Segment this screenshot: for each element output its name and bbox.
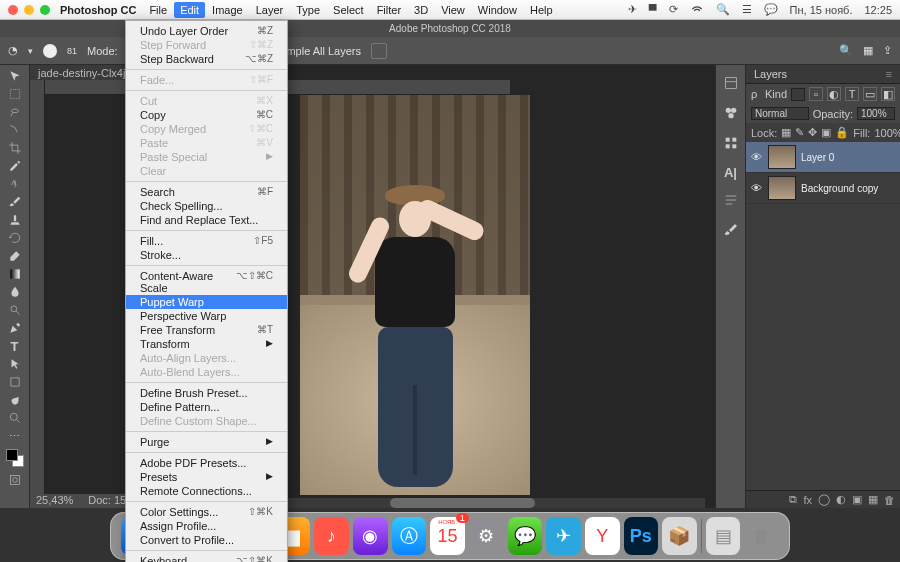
visibility-icon[interactable]: 👁	[751, 182, 763, 194]
dock-appstore[interactable]: Ⓐ	[392, 517, 427, 555]
adjustments-panel-icon[interactable]	[723, 105, 739, 123]
healing-tool[interactable]	[4, 175, 26, 193]
search-icon[interactable]: 🔍	[839, 44, 853, 57]
dock-settings[interactable]: ⚙	[469, 517, 504, 555]
filter-kind-dropdown[interactable]	[791, 88, 805, 101]
brush-tool[interactable]	[4, 193, 26, 211]
menuitem-keyboard-shortcuts-[interactable]: Keyboard Shortcuts...⌥⇧⌘K	[126, 554, 287, 562]
menu-layer[interactable]: Layer	[256, 4, 284, 16]
history-brush-tool[interactable]	[4, 229, 26, 247]
text-panel-icon[interactable]: A|	[724, 165, 737, 180]
menuitem-convert-to-profile-[interactable]: Convert to Profile...	[126, 533, 287, 547]
menuitem-color-settings-[interactable]: Color Settings...⇧⌘K	[126, 505, 287, 519]
layers-tab[interactable]: Layers	[754, 68, 787, 80]
dodge-tool[interactable]	[4, 301, 26, 319]
trash-icon[interactable]: 🗑	[884, 494, 895, 506]
menuitem-presets[interactable]: Presets▶	[126, 470, 287, 484]
brush-panel-icon[interactable]	[723, 222, 739, 240]
menuitem-transform[interactable]: Transform▶	[126, 337, 287, 351]
pressure-icon[interactable]	[371, 43, 387, 59]
edit-toolbar[interactable]: ⋯	[4, 427, 26, 445]
foreground-background-colors[interactable]	[6, 449, 24, 467]
menuitem-define-brush-preset-[interactable]: Define Brush Preset...	[126, 386, 287, 400]
menuitem-content-aware-scale[interactable]: Content-Aware Scale⌥⇧⌘C	[126, 269, 287, 295]
menuitem-perspective-warp[interactable]: Perspective Warp	[126, 309, 287, 323]
layer-item[interactable]: 👁Layer 0	[746, 142, 900, 173]
blur-tool[interactable]	[4, 283, 26, 301]
horizontal-scrollbar[interactable]	[220, 498, 705, 508]
menu-image[interactable]: Image	[212, 4, 243, 16]
search-menubar-icon[interactable]: 🔍	[716, 3, 730, 16]
lock-position-icon[interactable]: ✥	[808, 126, 817, 139]
dock-archive[interactable]: 📦	[662, 517, 697, 555]
visibility-icon[interactable]: 👁	[751, 151, 763, 163]
menuitem-adobe-pdf-presets-[interactable]: Adobe PDF Presets...	[126, 456, 287, 470]
menuitem-fill-[interactable]: Fill...⇧F5	[126, 234, 287, 248]
menu-select[interactable]: Select	[333, 4, 364, 16]
dock-telegram[interactable]: ✈	[546, 517, 581, 555]
paragraph-panel-icon[interactable]	[723, 192, 739, 210]
lock-all-icon[interactable]: 🔒	[835, 126, 849, 139]
menuitem-puppet-warp[interactable]: Puppet Warp	[126, 295, 287, 309]
close-window-button[interactable]	[8, 5, 18, 15]
menu-type[interactable]: Type	[296, 4, 320, 16]
menu-file[interactable]: File	[149, 4, 167, 16]
sync-menubar-icon[interactable]: ⟳	[669, 3, 678, 16]
lasso-tool[interactable]	[4, 103, 26, 121]
menubar-date[interactable]: Пн, 15 нояб.	[790, 4, 853, 16]
menuitem-find-and-replace-text-[interactable]: Find and Replace Text...	[126, 213, 287, 227]
app-menu[interactable]: Photoshop CC	[60, 4, 136, 16]
dock-messages[interactable]: 💬	[508, 517, 543, 555]
menuitem-remote-connections-[interactable]: Remote Connections...	[126, 484, 287, 498]
panel-menu-icon[interactable]: ≡	[886, 68, 892, 80]
dock-calendar[interactable]: 15НОЯБ.1	[430, 517, 465, 555]
wifi-menubar-icon[interactable]	[690, 2, 704, 18]
menuitem-purge[interactable]: Purge▶	[126, 435, 287, 449]
lock-transparent-icon[interactable]: ▦	[781, 126, 791, 139]
menuitem-define-pattern-[interactable]: Define Pattern...	[126, 400, 287, 414]
menuitem-step-backward[interactable]: Step Backward⌥⌘Z	[126, 52, 287, 66]
new-layer-icon[interactable]: ▦	[868, 493, 878, 506]
brush-preview[interactable]	[43, 44, 57, 58]
menuitem-stroke-[interactable]: Stroke...	[126, 248, 287, 262]
share-icon[interactable]: ⇪	[883, 44, 892, 57]
dock-photoshop[interactable]: Ps	[624, 517, 659, 555]
properties-panel-icon[interactable]	[723, 75, 739, 93]
menu-window[interactable]: Window	[478, 4, 517, 16]
layer-item[interactable]: 👁Background copy	[746, 173, 900, 204]
crop-tool[interactable]	[4, 139, 26, 157]
filter-smart-icon[interactable]: ◧	[881, 87, 895, 101]
adjustment-layer-icon[interactable]: ◐	[836, 493, 846, 506]
menu-edit[interactable]: Edit	[174, 2, 205, 18]
filter-adjust-icon[interactable]: ◐	[827, 87, 841, 101]
lock-pixels-icon[interactable]: ✎	[795, 126, 804, 139]
dock-trash[interactable]: 🗑	[744, 517, 779, 555]
menu-view[interactable]: View	[441, 4, 465, 16]
notification-menubar-icon[interactable]: 💬	[764, 3, 778, 16]
menuitem-undo-layer-order[interactable]: Undo Layer Order⌘Z	[126, 24, 287, 38]
lock-artboard-icon[interactable]: ▣	[821, 126, 831, 139]
menubar-time[interactable]: 12:25	[864, 4, 892, 16]
menu-3d[interactable]: 3D	[414, 4, 428, 16]
link-layers-icon[interactable]: ⧉	[789, 493, 797, 506]
healing-brush-tool-icon[interactable]: ◔	[8, 44, 18, 57]
path-select-tool[interactable]	[4, 355, 26, 373]
quick-mask-toggle[interactable]	[4, 471, 26, 489]
workspace-icon[interactable]: ▦	[863, 44, 873, 57]
flag-menubar-icon[interactable]: ▀	[649, 4, 657, 16]
marquee-tool[interactable]	[4, 85, 26, 103]
eyedropper-tool[interactable]	[4, 157, 26, 175]
gradient-tool[interactable]	[4, 265, 26, 283]
menuitem-check-spelling-[interactable]: Check Spelling...	[126, 199, 287, 213]
dock-yandex[interactable]: Y	[585, 517, 620, 555]
quick-select-tool[interactable]	[4, 121, 26, 139]
minimize-window-button[interactable]	[24, 5, 34, 15]
dock-music[interactable]: ♪	[314, 517, 349, 555]
pen-tool[interactable]	[4, 319, 26, 337]
layer-mask-icon[interactable]: ◯	[818, 493, 830, 506]
menuitem-copy[interactable]: Copy⌘C	[126, 108, 287, 122]
eraser-tool[interactable]	[4, 247, 26, 265]
telegram-menubar-icon[interactable]: ✈	[628, 3, 637, 16]
layer-fx-icon[interactable]: fx	[803, 494, 812, 506]
move-tool[interactable]	[4, 67, 26, 85]
